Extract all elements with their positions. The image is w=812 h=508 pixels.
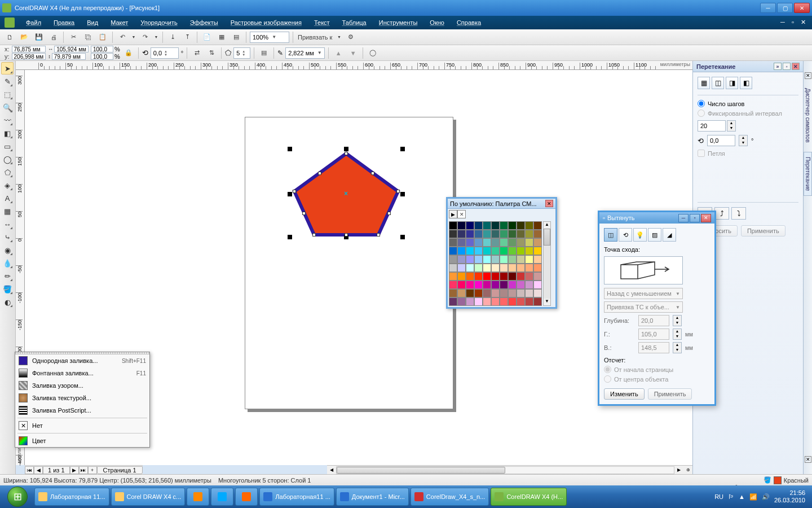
mdi-minimize-button[interactable]: ─ xyxy=(778,19,787,27)
color-swatch[interactable] xyxy=(525,289,533,297)
docker-tabstrip-close[interactable]: ✕ xyxy=(805,72,811,79)
cut-button[interactable]: ✂ xyxy=(67,31,80,43)
table-tool[interactable]: ▦ xyxy=(1,205,14,217)
tray-flag-icon[interactable]: 🏳 xyxy=(728,493,734,500)
blend-misc-tab[interactable]: ◧ xyxy=(740,77,752,89)
color-swatch[interactable] xyxy=(500,297,508,306)
fill-menu-item[interactable]: Фонтанная заливка...F11 xyxy=(15,367,149,379)
h-spinner[interactable]: ▲▼ xyxy=(673,329,682,340)
extrude-apply-button[interactable]: Применить xyxy=(648,388,692,400)
color-swatch[interactable] xyxy=(449,289,457,297)
tray-volume-icon[interactable]: 🔊 xyxy=(762,493,770,501)
shape-tool[interactable]: ✎ xyxy=(1,75,14,87)
sides-input[interactable]: 5▲▼ xyxy=(233,47,250,59)
color-swatch[interactable] xyxy=(500,247,508,255)
v-spinner[interactable]: ▲▼ xyxy=(673,342,682,353)
interactive-blend-tool[interactable]: ◉ xyxy=(1,244,14,256)
undo-dropdown[interactable]: ▼ xyxy=(131,31,136,43)
app-launcher-button[interactable]: ▦ xyxy=(215,31,228,43)
color-swatch[interactable] xyxy=(457,272,466,281)
node-handle[interactable] xyxy=(318,172,321,175)
extrude-tab-color[interactable]: ▨ xyxy=(648,228,661,242)
wrap-text-button[interactable]: ▤ xyxy=(258,47,270,59)
open-button[interactable]: 📂 xyxy=(18,31,30,43)
color-swatch[interactable] xyxy=(483,264,491,272)
basic-shapes-tool[interactable]: ◈ xyxy=(1,179,14,191)
color-swatch[interactable] xyxy=(466,238,474,247)
color-swatch[interactable] xyxy=(500,238,508,247)
color-swatch[interactable] xyxy=(508,297,517,306)
selected-polygon[interactable]: × xyxy=(290,149,403,239)
freehand-tool[interactable]: 〰 xyxy=(1,114,14,126)
color-swatch[interactable] xyxy=(474,272,483,281)
color-swatch[interactable] xyxy=(517,281,525,289)
color-swatch[interactable] xyxy=(533,247,542,255)
mirror-v-button[interactable]: ⇅ xyxy=(205,47,218,59)
menu-инструменты[interactable]: Инструменты xyxy=(373,17,423,28)
scale-y-input[interactable]: 100,0 xyxy=(91,53,113,60)
tray-icon[interactable]: ▲ xyxy=(739,493,745,500)
redo-dropdown[interactable]: ▼ xyxy=(153,31,159,43)
docker-tab-symbols[interactable]: Диспетчер символов xyxy=(804,84,811,147)
minimize-button[interactable]: ─ xyxy=(760,3,776,13)
node-handle[interactable] xyxy=(371,172,374,175)
width-input[interactable]: 105,924 мм xyxy=(54,46,89,52)
blend-path-end-button[interactable]: ⤵ xyxy=(731,207,746,220)
docker-titlebar[interactable]: Перетекание » ▫ ✕ xyxy=(693,61,803,72)
color-swatch[interactable] xyxy=(500,264,508,272)
color-swatch[interactable] xyxy=(517,238,525,247)
color-swatch[interactable] xyxy=(466,272,474,281)
color-palette-window[interactable]: По умолчанию: Палитра СМ... ✕ ▶ ▲ ▼ xyxy=(446,197,557,309)
menu-растровые изображения[interactable]: Растровые изображения xyxy=(225,17,307,28)
color-swatch[interactable] xyxy=(483,247,491,255)
horizontal-scrollbar[interactable]: ◀ ▶ ⊕ xyxy=(327,465,692,474)
color-swatch[interactable] xyxy=(466,289,474,297)
color-swatch[interactable] xyxy=(449,230,457,238)
color-swatch[interactable] xyxy=(525,264,533,272)
color-swatch[interactable] xyxy=(500,281,508,289)
color-swatch[interactable] xyxy=(466,230,474,238)
page-tab[interactable]: Страница 1 xyxy=(97,466,143,474)
h-input[interactable]: 105,0 xyxy=(638,329,669,340)
color-swatch[interactable] xyxy=(474,297,483,306)
extrude-tab-bevel[interactable]: ◢ xyxy=(663,228,676,242)
x-position-input[interactable]: 76,875 мм xyxy=(12,46,46,52)
ruler-horizontal[interactable]: 0501001502002503003504004505005506006507… xyxy=(16,61,692,70)
from-page-radio-row[interactable]: От начала страницы xyxy=(604,366,710,373)
ellipse-tool[interactable]: ◯ xyxy=(1,153,14,165)
color-swatch[interactable] xyxy=(525,230,533,238)
color-swatch[interactable] xyxy=(449,297,457,306)
menu-файл[interactable]: Файл xyxy=(20,17,47,28)
color-swatch[interactable] xyxy=(457,230,466,238)
first-page-button[interactable]: ⏮ xyxy=(25,466,34,474)
color-swatch[interactable] xyxy=(466,297,474,306)
color-swatch[interactable] xyxy=(449,281,457,289)
color-swatch[interactable] xyxy=(474,230,483,238)
blend-apply-button[interactable]: Применить xyxy=(741,225,785,237)
color-swatch[interactable] xyxy=(457,247,466,255)
blend-color-tab[interactable]: ◨ xyxy=(726,77,738,89)
color-swatch[interactable] xyxy=(500,255,508,264)
color-swatch[interactable] xyxy=(500,289,508,297)
color-swatch[interactable] xyxy=(491,297,500,306)
language-indicator[interactable]: RU xyxy=(714,493,723,500)
color-swatch[interactable] xyxy=(533,255,542,264)
color-swatch[interactable] xyxy=(508,264,517,272)
scroll-end-button[interactable]: ⊕ xyxy=(683,466,692,474)
selection-handle[interactable] xyxy=(344,147,348,151)
undo-button[interactable]: ↶ xyxy=(116,31,129,43)
save-button[interactable]: 💾 xyxy=(33,31,45,43)
taskbar-button[interactable]: CorelDRAW X4 (Н... xyxy=(491,488,567,506)
extrude-edit-button[interactable]: Изменить xyxy=(604,388,645,400)
scroll-up-button[interactable]: ▲ xyxy=(544,222,550,229)
color-swatch[interactable] xyxy=(491,272,500,281)
extrude-tab-vanish[interactable]: ◫ xyxy=(604,228,617,242)
taskbar-button[interactable]: Лабораторная 11... xyxy=(34,488,109,506)
color-swatch[interactable] xyxy=(474,255,483,264)
depth-spinner[interactable]: ▲▼ xyxy=(673,315,682,326)
paste-button[interactable]: 📋 xyxy=(96,31,109,43)
taskbar-button[interactable] xyxy=(187,488,209,506)
scale-x-input[interactable]: 100,0 xyxy=(91,46,113,52)
color-swatch[interactable] xyxy=(449,247,457,255)
color-swatch[interactable] xyxy=(525,221,533,230)
